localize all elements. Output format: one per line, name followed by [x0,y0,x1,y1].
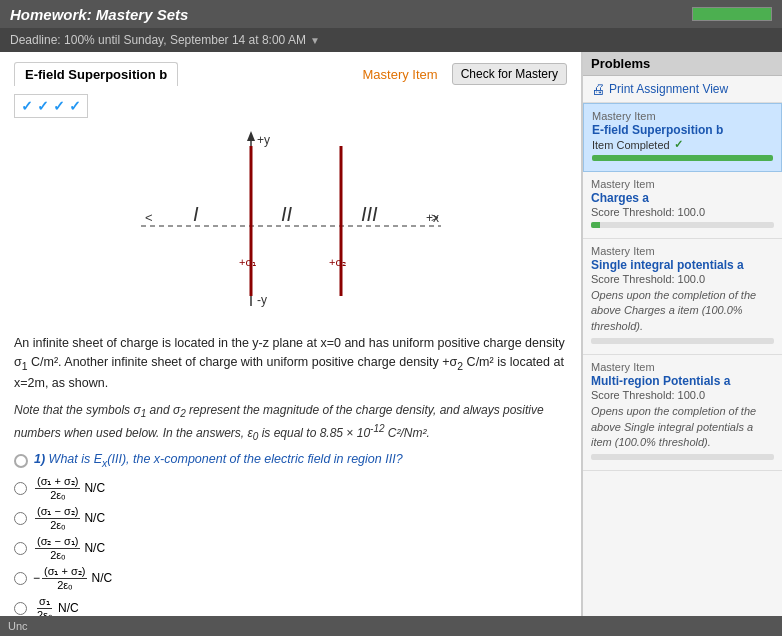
sidebar-item-label-3: Mastery Item [591,245,774,257]
completed-check-icon: ✓ [674,138,683,151]
unit-5: N/C [58,601,79,615]
svg-text:<: < [145,210,153,225]
sidebar-item-single-integral[interactable]: Mastery Item Single integral potentials … [583,239,782,355]
sidebar-progress-4 [591,454,774,460]
sidebar-item-name-2: Charges a [591,191,774,205]
header-progress-bar [692,7,772,21]
answer-choice-3: (σ₂ − σ₁) 2ε₀ N/C [14,535,567,562]
fraction-2: (σ₁ − σ₂) 2ε₀ [35,505,80,532]
bottom-strip: Unc [0,616,782,636]
sidebar-item-status-1: Item Completed ✓ [592,138,773,151]
problem-note: Note that the symbols σ1 and σ2 represen… [14,401,567,445]
content-area: E-field Superposition b Mastery Item Che… [0,52,582,616]
main-layout: E-field Superposition b Mastery Item Che… [0,52,782,616]
sidebar-item-name-3: Single integral potentials a [591,258,774,272]
svg-text:III: III [361,203,378,225]
fraction-5: σ₁ 2ε₀ [35,595,54,616]
sidebar-progress-fill-1 [592,155,773,161]
sidebar-progress-2 [591,222,774,228]
unit-3: N/C [84,541,105,555]
page-title: Homework: Mastery Sets [10,6,188,23]
svg-text:I: I [193,203,199,225]
checkmark-1: ✓ [21,98,33,114]
answer-choice-1: (σ₁ + σ₂) 2ε₀ N/C [14,475,567,502]
deadline-arrow-icon[interactable]: ▼ [310,35,320,46]
svg-text:+σ₂: +σ₂ [329,256,346,268]
answer-choice-2: (σ₁ − σ₂) 2ε₀ N/C [14,505,567,532]
svg-text:-y: -y [257,293,267,307]
deadline-bar: Deadline: 100% until Sunday, September 1… [0,28,782,52]
loading-icon [14,454,28,468]
svg-text:+σ₁: +σ₁ [239,256,256,268]
sidebar-item-label-1: Mastery Item [592,110,773,122]
svg-marker-1 [247,131,255,141]
radio-1[interactable] [14,482,27,495]
sidebar-item-threshold-2: Score Threshold: 100.0 [591,206,774,218]
fraction-4: (σ₁ + σ₂) 2ε₀ [42,565,87,592]
checkmarks-row: ✓ ✓ ✓ ✓ [14,94,88,118]
print-link-label: Print Assignment View [609,82,728,96]
sidebar-item-threshold-3: Score Threshold: 100.0 [591,273,774,285]
unit-2: N/C [84,511,105,525]
question-tab[interactable]: E-field Superposition b [14,62,178,86]
problem-text-main: An infinite sheet of charge is located i… [14,334,567,393]
sidebar-progress-fill-2 [591,222,600,228]
svg-text:+y: +y [257,133,270,147]
svg-text:>: > [431,210,439,225]
progress-bar-fill [693,8,771,20]
check-mastery-button[interactable]: Check for Mastery [452,63,567,85]
sidebar-item-name-4: Multi-region Potentials a [591,374,774,388]
neg-prefix-4: − [33,571,40,585]
sidebar-item-name-1: E-field Superposition b [592,123,773,137]
checkmark-3: ✓ [53,98,65,114]
unit-1: N/C [84,481,105,495]
svg-text:II: II [281,203,293,225]
unit-4: N/C [91,571,112,585]
sidebar-item-opens-4: Opens upon the completion of the above S… [591,404,774,450]
answer-choice-5: σ₁ 2ε₀ N/C [14,595,567,616]
top-header: Homework: Mastery Sets [0,0,782,28]
sidebar-header: Problems [583,52,782,76]
sidebar-item-charges[interactable]: Mastery Item Charges a Score Threshold: … [583,172,782,239]
sidebar-item-threshold-4: Score Threshold: 100.0 [591,389,774,401]
sidebar: Problems 🖨 Print Assignment View Mastery… [582,52,782,616]
sidebar-item-multiregion[interactable]: Mastery Item Multi-region Potentials a S… [583,355,782,471]
print-link[interactable]: 🖨 Print Assignment View [583,76,782,103]
deadline-text: Deadline: 100% until Sunday, September 1… [10,33,306,47]
sidebar-item-opens-3: Opens upon the completion of the above C… [591,288,774,334]
checkmark-4: ✓ [69,98,81,114]
diagram-svg: +y +x < > I II III +σ₁ +σ₂ -y [131,126,451,316]
sidebar-item-label-2: Mastery Item [591,178,774,190]
sidebar-progress-1 [592,155,773,161]
answer-choices-list: (σ₁ + σ₂) 2ε₀ N/C (σ₁ − σ₂) 2ε₀ N/C (σ₂ … [14,475,567,616]
mastery-item-label: Mastery Item [363,67,438,82]
sidebar-item-label-4: Mastery Item [591,361,774,373]
question-header: E-field Superposition b Mastery Item Che… [14,62,567,86]
answer-choice-4: − (σ₁ + σ₂) 2ε₀ N/C [14,565,567,592]
radio-3[interactable] [14,542,27,555]
print-icon: 🖨 [591,81,605,97]
radio-4[interactable] [14,572,27,585]
bottom-strip-text: Unc [8,620,28,632]
diagram-area: +y +x < > I II III +σ₁ +σ₂ -y [14,126,567,326]
radio-5[interactable] [14,602,27,615]
sidebar-progress-3 [591,338,774,344]
fraction-3: (σ₂ − σ₁) 2ε₀ [35,535,80,562]
question-text: 1) What is Ex(III), the x-component of t… [14,452,567,469]
fraction-1: (σ₁ + σ₂) 2ε₀ [35,475,80,502]
question-body: 1) What is Ex(III), the x-component of t… [34,452,403,469]
sidebar-item-efield[interactable]: Mastery Item E-field Superposition b Ite… [583,103,782,172]
radio-2[interactable] [14,512,27,525]
checkmark-2: ✓ [37,98,49,114]
